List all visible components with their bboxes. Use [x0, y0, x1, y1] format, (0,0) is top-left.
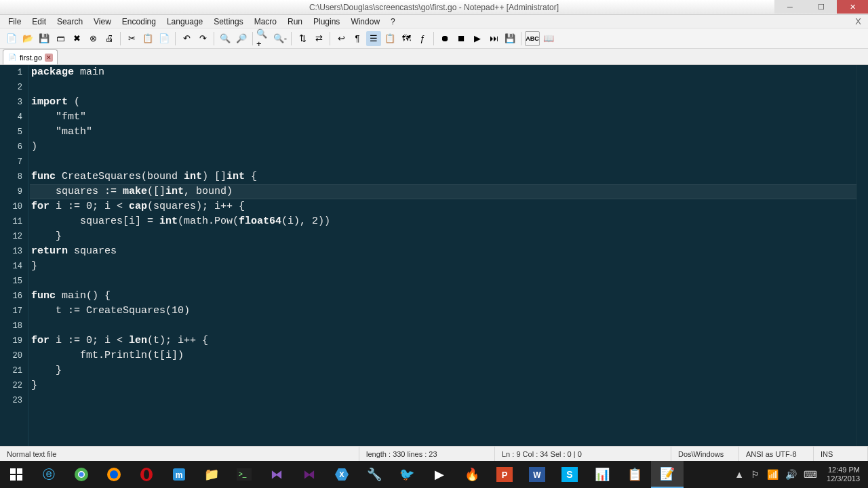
- show-all-chars-icon[interactable]: ¶: [350, 31, 365, 46]
- code-line[interactable]: [30, 319, 856, 333]
- taskbar-skype-icon[interactable]: S: [553, 461, 586, 488]
- cut-icon[interactable]: ✂: [124, 31, 139, 46]
- code-line[interactable]: squares[i] = int(math.Pow(float64(i), 2)…: [30, 214, 856, 229]
- menu-run[interactable]: Run: [282, 16, 308, 28]
- menu-language[interactable]: Language: [161, 16, 208, 28]
- sync-h-icon[interactable]: ⇄: [311, 31, 326, 46]
- undo-icon[interactable]: ↶: [179, 31, 194, 46]
- taskbar-chrome-icon[interactable]: [65, 461, 98, 488]
- copy-icon[interactable]: 📋: [140, 31, 155, 46]
- tray-up-icon[interactable]: ▲: [734, 469, 744, 480]
- code-line[interactable]: func CreateSquares(bound int) []int {: [30, 169, 856, 184]
- taskbar-word-icon[interactable]: W: [521, 461, 553, 488]
- taskbar-vs-icon[interactable]: ⧓: [260, 461, 293, 488]
- code-line[interactable]: }: [30, 259, 856, 274]
- tray-network-icon[interactable]: 📶: [767, 469, 778, 480]
- code-line[interactable]: "fmt": [30, 110, 856, 125]
- menu-file[interactable]: File: [3, 16, 26, 28]
- taskbar-app1-icon[interactable]: 📊: [586, 461, 618, 488]
- code-line[interactable]: "math": [30, 125, 856, 140]
- menu-view[interactable]: View: [88, 16, 117, 28]
- paste-icon[interactable]: 📄: [157, 31, 172, 46]
- tray-volume-icon[interactable]: 🔊: [785, 469, 797, 480]
- tray-flag-icon[interactable]: 🏳: [751, 469, 760, 480]
- taskbar-maxthon-icon[interactable]: m: [163, 461, 195, 488]
- play-macro-icon[interactable]: ▶: [470, 31, 485, 46]
- tab-close-icon[interactable]: ✕: [45, 54, 53, 62]
- document-close-icon[interactable]: X: [855, 16, 861, 26]
- code-line[interactable]: }: [30, 229, 856, 244]
- doc-map-icon[interactable]: 🗺: [399, 31, 414, 46]
- code-content[interactable]: package main import ( "fmt" "math") func…: [28, 65, 856, 446]
- code-line[interactable]: t := CreateSquares(10): [30, 304, 856, 319]
- taskbar-ie-icon[interactable]: ⓔ: [33, 461, 65, 488]
- menu-window[interactable]: Window: [345, 16, 385, 28]
- menu-settings[interactable]: Settings: [208, 16, 248, 28]
- user-lang-icon[interactable]: 📋: [382, 31, 397, 46]
- taskbar-opera-icon[interactable]: [130, 461, 163, 488]
- menu-encoding[interactable]: Encoding: [117, 16, 161, 28]
- minimize-button[interactable]: ─: [774, 0, 806, 14]
- menu-search[interactable]: Search: [52, 16, 88, 28]
- code-line[interactable]: for i := 0; i < len(t); i++ {: [30, 333, 856, 348]
- code-line[interactable]: [30, 274, 856, 289]
- taskbar-xamarin-icon[interactable]: X: [326, 461, 358, 488]
- code-line[interactable]: [30, 80, 856, 95]
- taskbar-flame-icon[interactable]: 🔥: [456, 461, 488, 488]
- zoom-in-icon[interactable]: 🔍+: [256, 31, 271, 46]
- code-line[interactable]: for i := 0; i < cap(squares); i++ {: [30, 199, 856, 214]
- play-multi-icon[interactable]: ⏭: [486, 31, 501, 46]
- code-line[interactable]: return squares: [30, 244, 856, 259]
- taskbar-media-icon[interactable]: ▶: [423, 461, 456, 488]
- print-icon[interactable]: 🖨: [102, 31, 117, 46]
- taskbar-explorer-icon[interactable]: 📁: [195, 461, 228, 488]
- tray-keyboard-icon[interactable]: ⌨: [804, 469, 817, 480]
- record-macro-icon[interactable]: ⏺: [437, 31, 452, 46]
- taskbar-notepadpp-icon[interactable]: 📝: [651, 461, 684, 488]
- start-button[interactable]: [0, 461, 33, 488]
- sync-v-icon[interactable]: ⇅: [295, 31, 310, 46]
- replace-icon[interactable]: 🔎: [234, 31, 249, 46]
- close-all-icon[interactable]: ⊗: [85, 31, 100, 46]
- code-line[interactable]: [30, 155, 856, 169]
- save-macro-icon[interactable]: 💾: [502, 31, 517, 46]
- redo-icon[interactable]: ↷: [195, 31, 210, 46]
- spellcheck-icon[interactable]: ABC: [525, 31, 540, 46]
- save-all-icon[interactable]: 🗃: [53, 31, 68, 46]
- save-icon[interactable]: 💾: [37, 31, 52, 46]
- stop-macro-icon[interactable]: ⏹: [454, 31, 469, 46]
- taskbar-firefox-icon[interactable]: [98, 461, 130, 488]
- code-line[interactable]: }: [30, 363, 856, 378]
- code-line[interactable]: package main: [30, 65, 856, 80]
- indent-guide-icon[interactable]: ☰: [366, 31, 381, 46]
- taskbar-twitter-icon[interactable]: 🐦: [391, 461, 423, 488]
- taskbar-vs2-icon[interactable]: ⧓: [293, 461, 326, 488]
- word-wrap-icon[interactable]: ↩: [334, 31, 349, 46]
- new-file-icon[interactable]: 📄: [4, 31, 19, 46]
- menu-help[interactable]: ?: [385, 16, 401, 28]
- menu-macro[interactable]: Macro: [249, 16, 282, 28]
- code-line[interactable]: }: [30, 378, 856, 393]
- taskbar-clock[interactable]: 12:49 PM 12/3/2013: [824, 466, 863, 483]
- spellcheck-next-icon[interactable]: 📖: [541, 31, 556, 46]
- code-line[interactable]: func main() {: [30, 289, 856, 304]
- zoom-out-icon[interactable]: 🔍-: [273, 31, 288, 46]
- file-tab-first-go[interactable]: 📄 first.go ✕: [3, 49, 58, 64]
- code-line[interactable]: squares := make([]int, bound): [30, 184, 856, 199]
- editor-area[interactable]: 1234567891011121314151617181920212223 pa…: [0, 65, 868, 446]
- close-file-icon[interactable]: ✖: [69, 31, 84, 46]
- open-file-icon[interactable]: 📂: [20, 31, 35, 46]
- close-button[interactable]: ✕: [837, 0, 868, 14]
- taskbar-cmd-icon[interactable]: >_: [228, 461, 260, 488]
- code-line[interactable]: fmt.Println(t[i]): [30, 348, 856, 363]
- code-line[interactable]: import (: [30, 95, 856, 110]
- find-icon[interactable]: 🔍: [218, 31, 233, 46]
- taskbar-tools-icon[interactable]: 🔧: [358, 461, 391, 488]
- function-list-icon[interactable]: ƒ: [415, 31, 430, 46]
- code-line[interactable]: [30, 393, 856, 408]
- taskbar-powerpoint-icon[interactable]: P: [488, 461, 521, 488]
- taskbar-app2-icon[interactable]: 📋: [618, 461, 651, 488]
- menu-plugins[interactable]: Plugins: [308, 16, 345, 28]
- menu-edit[interactable]: Edit: [26, 16, 52, 28]
- vertical-scrollbar[interactable]: [856, 65, 868, 446]
